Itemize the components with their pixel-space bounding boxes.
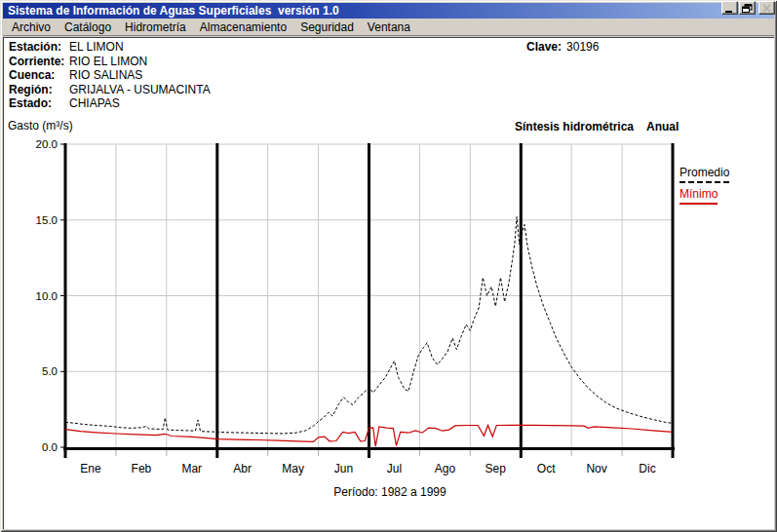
legend-item-minimo: Mínimo	[680, 187, 729, 205]
restore-icon	[742, 4, 753, 13]
window-controls	[720, 1, 775, 15]
station-key: Clave:30196	[526, 40, 599, 54]
info-row-cuenca: Cuenca:RIO SALINAS	[9, 68, 211, 83]
synthesis-mode: Anual	[646, 120, 679, 133]
info-label: Estación:	[9, 40, 69, 55]
chart-legend: Promedio Mínimo	[680, 166, 729, 209]
info-label: Estado:	[9, 96, 69, 111]
window-title: Sistema de Información de Aguas Superfic…	[8, 4, 339, 18]
clave-label: Clave:	[526, 40, 562, 54]
app-window: Sistema de Información de Aguas Superfic…	[0, 0, 777, 532]
info-label: Región:	[9, 83, 69, 97]
legend-label: Mínimo	[680, 187, 718, 205]
menubar: Archivo Catálogo Hidrometría Almacenamie…	[3, 19, 774, 36]
legend-label: Promedio	[680, 166, 729, 183]
menu-item-seguridad[interactable]: Seguridad	[293, 19, 361, 36]
close-icon	[762, 4, 771, 13]
info-label: Cuenca:	[9, 68, 69, 83]
menu-item-hidrometria[interactable]: Hidrometría	[118, 19, 193, 36]
restore-button[interactable]	[739, 1, 756, 15]
menu-item-almacenamiento[interactable]: Almacenamiento	[193, 19, 293, 36]
menu-item-archivo[interactable]: Archivo	[5, 19, 58, 36]
menu-item-catalogo[interactable]: Catálogo	[58, 19, 118, 36]
info-value: CHIAPAS	[69, 96, 120, 110]
info-row-region: Región:GRIJALVA - USUMACINTA	[9, 83, 211, 97]
period-label: Período: 1982 a 1999	[273, 485, 507, 499]
y-axis-title: Gasto (m³/s)	[8, 119, 73, 133]
titlebar: Sistema de Información de Aguas Superfic…	[3, 3, 774, 19]
menu-item-ventana[interactable]: Ventana	[361, 19, 417, 36]
info-row-corriente: Corriente:RIO EL LIMON	[9, 55, 211, 69]
station-info: Estación:EL LIMON Corriente:RIO EL LIMON…	[9, 40, 211, 111]
info-value: RIO SALINAS	[69, 68, 142, 82]
info-value: GRIJALVA - USUMACINTA	[69, 83, 211, 96]
minimize-icon	[724, 4, 735, 13]
close-button[interactable]	[758, 1, 775, 15]
synthesis-label: Síntesis hidrométrica	[515, 120, 634, 133]
info-row-estacion: Estación:EL LIMON	[9, 40, 211, 55]
legend-item-promedio: Promedio	[680, 166, 729, 183]
clave-value: 30196	[566, 40, 599, 54]
info-value: RIO EL LIMON	[69, 55, 147, 68]
info-row-estado: Estado:CHIAPAS	[9, 96, 211, 111]
chart-title: Síntesis hidrométricaAnual	[515, 120, 679, 133]
minimize-button[interactable]	[721, 1, 738, 15]
info-value: EL LIMON	[69, 40, 124, 54]
info-label: Corriente:	[9, 55, 69, 69]
